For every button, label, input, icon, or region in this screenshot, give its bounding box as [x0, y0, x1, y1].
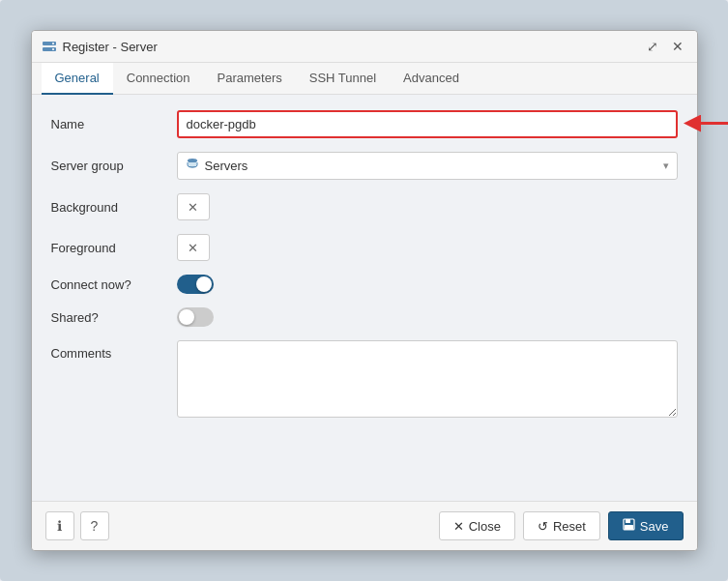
- background-clear-button[interactable]: ✕: [177, 193, 210, 220]
- close-x-icon: ✕: [453, 519, 464, 534]
- dialog-close-button[interactable]: ✕: [668, 37, 687, 56]
- expand-button[interactable]: ⤢: [643, 37, 662, 56]
- name-control-wrap: [177, 110, 678, 138]
- dialog-title: Register - Server: [63, 40, 158, 54]
- form-body: Name: [32, 95, 697, 501]
- tab-ssh-tunnel[interactable]: SSH Tunnel: [296, 63, 390, 95]
- titlebar-left: Register - Server: [42, 39, 158, 54]
- shared-row: Shared?: [51, 307, 678, 327]
- page-wrapper: Register - Server ⤢ ✕ General Connection…: [0, 0, 728, 581]
- comments-label: Comments: [51, 340, 177, 361]
- background-control: ✕: [177, 193, 678, 220]
- server-group-select[interactable]: Servers ▾: [177, 152, 678, 180]
- shared-control: [177, 307, 678, 327]
- close-button[interactable]: ✕ Close: [439, 511, 515, 540]
- comments-control: [177, 340, 678, 421]
- background-row: Background ✕: [51, 193, 678, 220]
- connect-now-toggle-wrap: [177, 275, 678, 294]
- tab-bar: General Connection Parameters SSH Tunnel…: [32, 63, 697, 95]
- info-button[interactable]: ℹ: [45, 511, 74, 540]
- server-group-label: Server group: [51, 159, 177, 173]
- svg-point-3: [52, 48, 54, 50]
- help-icon: ?: [91, 518, 99, 534]
- save-button[interactable]: Save: [608, 511, 684, 540]
- connect-now-label: Connect now?: [51, 277, 177, 292]
- tab-connection[interactable]: Connection: [113, 63, 204, 95]
- foreground-clear-button[interactable]: ✕: [177, 234, 210, 261]
- footer-right: ✕ Close ↺ Reset Save: [439, 511, 684, 540]
- svg-rect-6: [626, 519, 630, 523]
- tab-parameters[interactable]: Parameters: [204, 63, 296, 95]
- shared-thumb: [179, 309, 194, 325]
- foreground-label: Foreground: [51, 241, 177, 255]
- titlebar-controls: ⤢ ✕: [643, 37, 687, 56]
- foreground-control: ✕: [177, 234, 678, 261]
- shared-label: Shared?: [51, 310, 177, 325]
- connect-now-control: [177, 275, 678, 294]
- reset-button[interactable]: ↺ Reset: [523, 511, 600, 540]
- foreground-row: Foreground ✕: [51, 234, 678, 261]
- dialog-footer: ℹ ? ✕ Close ↺ Reset: [32, 501, 697, 550]
- server-group-control: Servers ▾: [177, 152, 678, 180]
- dialog-titlebar: Register - Server ⤢ ✕: [32, 31, 697, 63]
- connect-now-row: Connect now?: [51, 275, 678, 294]
- chevron-down-icon: ▾: [663, 160, 669, 172]
- background-label: Background: [51, 200, 177, 215]
- close-label: Close: [469, 519, 501, 534]
- svg-rect-7: [625, 525, 633, 530]
- connect-now-toggle[interactable]: [177, 275, 214, 294]
- register-server-dialog: Register - Server ⤢ ✕ General Connection…: [31, 30, 698, 551]
- name-row: Name: [51, 110, 678, 138]
- comments-textarea[interactable]: [177, 340, 678, 418]
- save-label: Save: [640, 519, 669, 534]
- server-icon: [42, 39, 57, 54]
- tab-advanced[interactable]: Advanced: [390, 63, 473, 95]
- database-icon: [186, 158, 199, 174]
- help-button[interactable]: ?: [80, 511, 109, 540]
- comments-row: Comments: [51, 340, 678, 421]
- shared-toggle-wrap: [177, 307, 678, 327]
- reset-label: Reset: [553, 519, 586, 534]
- shared-toggle[interactable]: [177, 307, 214, 327]
- tab-general[interactable]: General: [42, 63, 113, 95]
- server-group-inner: Servers: [186, 158, 248, 174]
- reset-icon: ↺: [538, 519, 548, 534]
- name-label: Name: [51, 117, 177, 131]
- svg-point-2: [52, 43, 54, 44]
- info-icon: ℹ: [57, 518, 62, 534]
- server-group-row: Server group: [51, 152, 678, 180]
- save-disk-icon: [623, 518, 635, 534]
- name-input[interactable]: [177, 110, 678, 138]
- connect-now-thumb: [196, 276, 212, 292]
- server-group-value: Servers: [205, 159, 248, 173]
- footer-left: ℹ ?: [45, 511, 109, 540]
